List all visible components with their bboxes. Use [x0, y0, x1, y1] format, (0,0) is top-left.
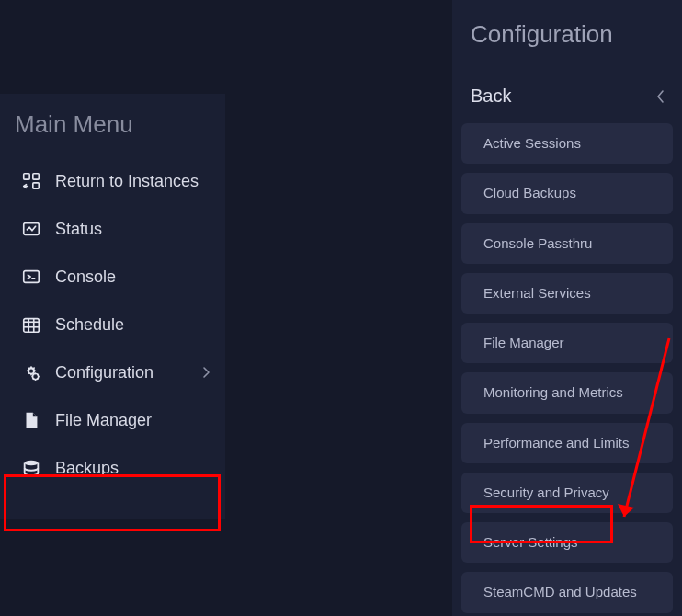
config-item-external-services[interactable]: External Services [461, 273, 673, 314]
config-item-monitoring-metrics[interactable]: Monitoring and Metrics [461, 372, 673, 413]
back-button[interactable]: Back [452, 82, 682, 123]
main-menu-title: Main Menu [0, 110, 225, 157]
svg-rect-0 [24, 174, 29, 179]
menu-item-status[interactable]: Status [0, 205, 225, 253]
svg-rect-1 [33, 174, 39, 179]
config-item-security-privacy[interactable]: Security and Privacy [461, 473, 673, 513]
back-label: Back [471, 86, 511, 107]
chevron-left-icon [656, 88, 665, 105]
menu-item-backups[interactable]: Backups [0, 444, 225, 492]
file-icon [20, 409, 42, 431]
config-item-active-sessions[interactable]: Active Sessions [461, 123, 673, 164]
configuration-list: Active Sessions Cloud Backups Console Pa… [452, 123, 682, 613]
backups-icon [20, 457, 42, 479]
menu-item-label: Configuration [55, 362, 153, 383]
configuration-icon [20, 361, 42, 383]
menu-item-file-manager[interactable]: File Manager [0, 396, 225, 444]
configuration-panel: Configuration Back Active Sessions Cloud… [452, 0, 682, 616]
menu-item-configuration[interactable]: Configuration [0, 348, 225, 396]
menu-item-label: Console [55, 267, 116, 288]
instances-icon [20, 170, 42, 192]
svg-point-11 [25, 461, 39, 466]
config-item-performance-limits[interactable]: Performance and Limits [461, 423, 673, 463]
menu-item-label: File Manager [55, 410, 152, 431]
svg-rect-4 [24, 271, 40, 283]
config-item-console-passthru[interactable]: Console Passthru [461, 223, 673, 264]
status-icon [20, 218, 42, 240]
svg-rect-5 [24, 319, 40, 333]
config-item-file-manager[interactable]: File Manager [461, 323, 673, 363]
chevron-right-icon [201, 365, 210, 380]
svg-rect-2 [33, 183, 39, 188]
config-item-steamcmd-updates[interactable]: SteamCMD and Updates [461, 572, 673, 612]
menu-item-label: Status [55, 219, 102, 240]
config-item-server-settings[interactable]: Server Settings [461, 522, 673, 563]
menu-item-label: Schedule [55, 314, 124, 336]
schedule-icon [20, 314, 42, 336]
config-item-cloud-backups[interactable]: Cloud Backups [461, 173, 673, 213]
menu-item-label: Return to Instances [55, 171, 199, 192]
menu-item-schedule[interactable]: Schedule [0, 301, 225, 348]
console-icon [20, 266, 42, 288]
main-menu-panel: Main Menu Return to Instances Status [0, 94, 225, 519]
menu-item-label: Backups [55, 458, 119, 479]
menu-item-console[interactable]: Console [0, 253, 225, 301]
menu-item-return-to-instances[interactable]: Return to Instances [0, 157, 225, 205]
configuration-title: Configuration [452, 20, 682, 82]
